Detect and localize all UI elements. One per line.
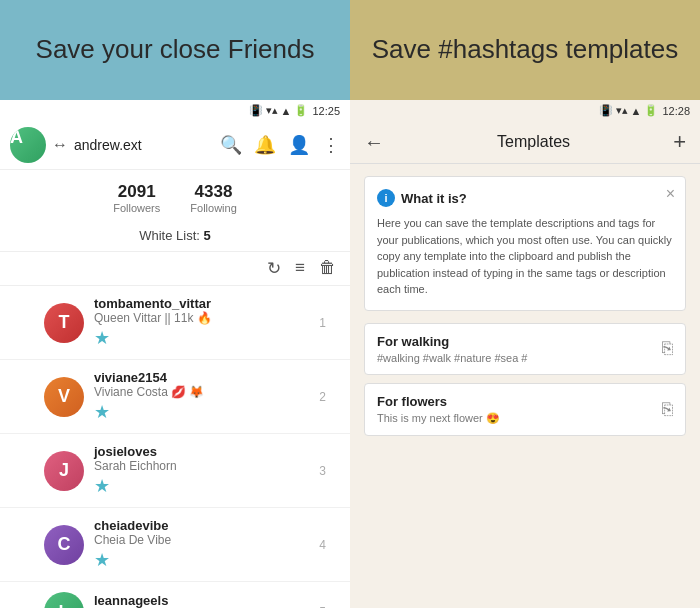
template-name: For flowers: [377, 394, 654, 409]
following-count: 4338: [190, 182, 236, 202]
template-content: For walking #walking #walk #nature #sea …: [377, 334, 654, 364]
profile-switch-icon: ↔: [52, 136, 68, 154]
vibrate-icon: 📳: [249, 104, 263, 117]
template-list: For walking #walking #walk #nature #sea …: [350, 323, 700, 444]
friend-star: ★: [94, 549, 306, 571]
friend-index: 1: [306, 316, 326, 330]
top-icons-group: 🔍 🔔 👤 ⋮: [220, 134, 340, 156]
bell-icon[interactable]: 🔔: [254, 134, 276, 156]
action-icons-row: ↻ ≡ 🗑: [0, 252, 350, 286]
friend-info: leannageels ★: [94, 593, 306, 609]
status-bar-left: 📳 ▾▴ ▲ 🔋 12:25: [0, 100, 350, 121]
whitelist-label: White List:: [139, 228, 200, 243]
wifi-icon: ▾▴: [266, 104, 278, 117]
friend-name: tombamento_vittar: [94, 296, 306, 311]
copy-button[interactable]: ⎘: [662, 338, 673, 359]
left-status-icons: 📳 ▾▴ ▲ 🔋: [249, 104, 309, 117]
friend-avatar: T: [44, 303, 84, 343]
left-panel: Save your close Friends 📳 ▾▴ ▲ 🔋 12:25 A…: [0, 0, 350, 608]
username-label: andrew.ext: [74, 137, 220, 153]
add-template-button[interactable]: +: [673, 129, 686, 155]
status-bar-right: 📳 ▾▴ ▲ 🔋 12:28: [350, 100, 700, 121]
whitelist-count: 5: [204, 228, 211, 243]
friend-star: ★: [94, 401, 306, 423]
list-item[interactable]: V viviane2154 Viviane Costa 💋 🦊 ★ 2: [0, 360, 350, 434]
info-title-text: What it is?: [401, 191, 467, 206]
list-item[interactable]: For flowers This is my next flower 😍 ⎘: [364, 383, 686, 436]
friend-avatar: L: [44, 592, 84, 608]
friend-desc: Viviane Costa 💋 🦊: [94, 385, 306, 399]
whitelist-row: White List: 5: [0, 220, 350, 252]
friend-name: cheiadevibe: [94, 518, 306, 533]
friend-info: tombamento_vittar Queen Vittar || 11k 🔥 …: [94, 296, 306, 349]
template-name: For walking: [377, 334, 654, 349]
right-banner: Save #hashtags templates: [350, 0, 700, 100]
top-bar: A ↔ andrew.ext 🔍 🔔 👤 ⋮: [0, 121, 350, 170]
followers-count: 2091: [113, 182, 160, 202]
info-icon: i: [377, 189, 395, 207]
info-body-text: Here you can save the template descripti…: [377, 215, 673, 298]
info-close-button[interactable]: ×: [666, 185, 675, 203]
list-item[interactable]: C cheiadevibe Cheia De Vibe ★ 4: [0, 508, 350, 582]
delete-icon[interactable]: 🗑: [319, 258, 336, 279]
left-time: 12:25: [312, 105, 340, 117]
templates-header: ← Templates +: [350, 121, 700, 164]
left-banner-title: Save your close Friends: [36, 33, 315, 67]
followers-label: Followers: [113, 202, 160, 214]
friend-avatar: J: [44, 451, 84, 491]
friend-info: viviane2154 Viviane Costa 💋 🦊 ★: [94, 370, 306, 423]
battery-icon: 🔋: [294, 104, 308, 117]
signal-icon: ▲: [631, 105, 642, 117]
battery-icon: 🔋: [644, 104, 658, 117]
vibrate-icon: 📳: [599, 104, 613, 117]
friend-index: 2: [306, 390, 326, 404]
friend-star: ★: [94, 327, 306, 349]
info-box-title: i What it is?: [377, 189, 673, 207]
friend-desc: Sarah Eichhorn: [94, 459, 306, 473]
template-tags: This is my next flower 😍: [377, 412, 654, 425]
right-panel: Save #hashtags templates 📳 ▾▴ ▲ 🔋 12:28 …: [350, 0, 700, 608]
info-box: i What it is? × Here you can save the te…: [364, 176, 686, 311]
filter-icon[interactable]: ≡: [295, 258, 305, 279]
followers-stat: 2091 Followers: [113, 182, 160, 214]
friend-info: josieloves Sarah Eichhorn ★: [94, 444, 306, 497]
wifi-icon: ▾▴: [616, 104, 628, 117]
friend-desc: Queen Vittar || 11k 🔥: [94, 311, 306, 325]
following-label: Following: [190, 202, 236, 214]
template-tags: #walking #walk #nature #sea #: [377, 352, 654, 364]
right-time: 12:28: [662, 105, 690, 117]
friend-name: josieloves: [94, 444, 306, 459]
back-button[interactable]: ←: [364, 131, 384, 154]
right-banner-title: Save #hashtags templates: [372, 33, 678, 67]
refresh-icon[interactable]: ↻: [267, 258, 281, 279]
friend-index: 4: [306, 538, 326, 552]
signal-icon: ▲: [281, 105, 292, 117]
friend-star: ★: [94, 475, 306, 497]
friend-avatar: V: [44, 377, 84, 417]
friends-list: T tombamento_vittar Queen Vittar || 11k …: [0, 286, 350, 608]
more-icon[interactable]: ⋮: [322, 134, 340, 156]
list-item[interactable]: L leannageels ★ 5: [0, 582, 350, 608]
list-item[interactable]: For walking #walking #walk #nature #sea …: [364, 323, 686, 375]
stats-row: 2091 Followers 4338 Following: [0, 170, 350, 220]
list-item[interactable]: J josieloves Sarah Eichhorn ★ 3: [0, 434, 350, 508]
profile-avatar[interactable]: A: [10, 127, 46, 163]
friend-name: leannageels: [94, 593, 306, 608]
friend-index: 3: [306, 464, 326, 478]
friend-desc: Cheia De Vibe: [94, 533, 306, 547]
templates-title: Templates: [394, 133, 673, 151]
friend-name: viviane2154: [94, 370, 306, 385]
copy-button[interactable]: ⎘: [662, 399, 673, 420]
left-banner: Save your close Friends: [0, 0, 350, 100]
search-icon[interactable]: 🔍: [220, 134, 242, 156]
template-content: For flowers This is my next flower 😍: [377, 394, 654, 425]
right-status-icons: 📳 ▾▴ ▲ 🔋: [599, 104, 659, 117]
list-item[interactable]: T tombamento_vittar Queen Vittar || 11k …: [0, 286, 350, 360]
friend-avatar: C: [44, 525, 84, 565]
following-stat: 4338 Following: [190, 182, 236, 214]
friend-info: cheiadevibe Cheia De Vibe ★: [94, 518, 306, 571]
person-add-icon[interactable]: 👤: [288, 134, 310, 156]
